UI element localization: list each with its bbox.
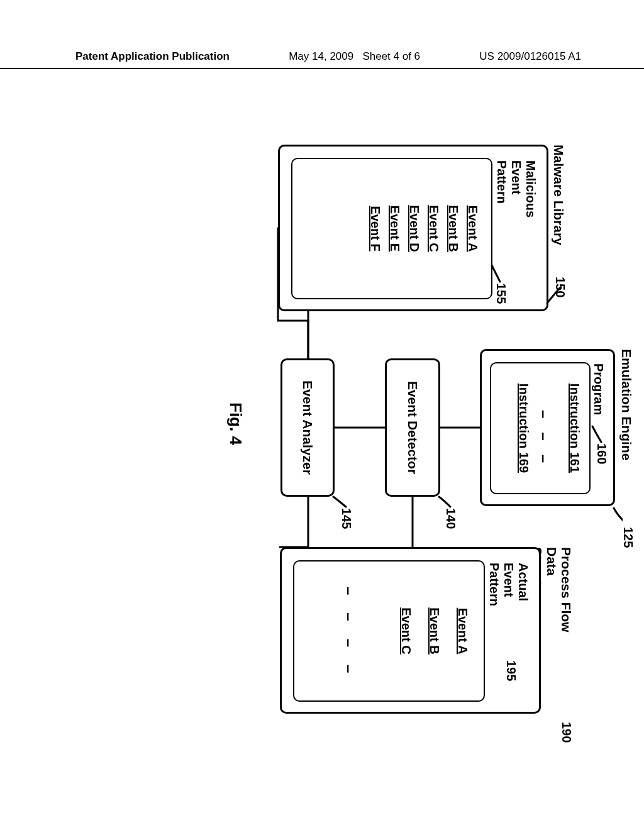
ref-145: 145 <box>339 508 353 529</box>
mal-event-b: Event B <box>446 159 460 298</box>
ref-125: 125 <box>621 527 635 548</box>
event-analyzer-box: Event Analyzer <box>280 358 335 497</box>
header-publication: Patent Application Publication <box>75 50 230 63</box>
act-event-c: Event C <box>399 562 413 700</box>
emulation-label: Emulation Engine <box>619 349 634 460</box>
page-header: Patent Application Publication May 14, 2… <box>0 0 644 69</box>
act-event-b: Event B <box>427 562 441 700</box>
mal-event-a: Event A <box>465 159 480 298</box>
figure-caption: Fig. 4 <box>226 402 245 445</box>
malware-label: Malware Library <box>551 145 566 245</box>
emulation-box: Program Instruction 161 ––– Instruction … <box>480 349 615 506</box>
header-date: May 14, 2009 Sheet 4 of 6 <box>289 50 420 63</box>
instruction-dashes: ––– <box>535 410 553 463</box>
mal-event-f: Event F <box>368 159 382 298</box>
event-detector-label: Event Detector <box>399 375 426 480</box>
process-flow-box: Actual Event Pattern Event A Event B Eve… <box>280 547 541 714</box>
ref-150: 150 <box>553 277 567 297</box>
mal-event-e: Event E <box>387 159 402 298</box>
program-label: Program <box>590 357 609 421</box>
ref-195: 195 <box>504 660 518 681</box>
ref-155: 155 <box>494 283 508 304</box>
header-docnum: US 2009/0126015 A1 <box>479 50 581 63</box>
mal-event-c: Event C <box>426 159 441 298</box>
event-detector-box: Event Detector <box>385 358 440 497</box>
instruction-a: Instruction 161 <box>567 363 582 493</box>
figure-diagram: Emulation Engine Program Instruction 161… <box>19 208 623 635</box>
malicious-title: Malicious Event Pattern <box>493 154 541 224</box>
instruction-b: Instruction 169 <box>516 363 531 493</box>
act-event-a: Event A <box>455 562 470 700</box>
actual-pattern-box: Event A Event B Event C –––– <box>293 560 485 702</box>
mal-event-d: Event D <box>407 159 421 298</box>
program-box: Instruction 161 ––– Instruction 169 <box>490 362 591 494</box>
actual-dashes: –––– <box>340 587 358 673</box>
ref-160: 160 <box>594 443 609 464</box>
ref-140: 140 <box>443 508 458 529</box>
malicious-pattern-box: Event A Event B Event C Event D Event E … <box>291 158 492 299</box>
ref-190: 190 <box>559 722 574 743</box>
actual-title: Actual Event Pattern <box>486 556 534 612</box>
event-analyzer-label: Event Analyzer <box>294 374 321 481</box>
